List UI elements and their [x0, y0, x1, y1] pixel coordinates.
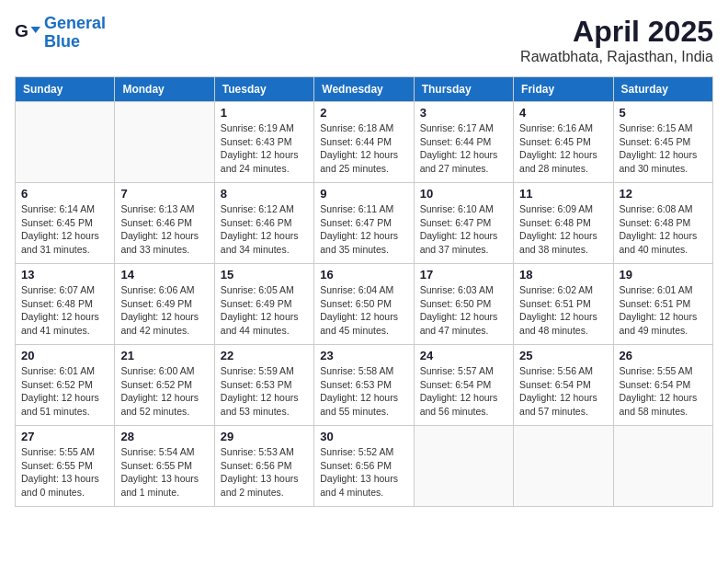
day-number: 15: [221, 268, 308, 282]
title-area: April 2025 Rawatbhata, Rajasthan, India: [520, 15, 713, 65]
day-info: Sunrise: 6:10 AMSunset: 6:47 PMDaylight:…: [420, 202, 507, 257]
day-info: Sunrise: 6:12 AMSunset: 6:46 PMDaylight:…: [221, 202, 308, 257]
day-info: Sunrise: 5:58 AMSunset: 6:53 PMDaylight:…: [320, 364, 407, 419]
day-number: 5: [620, 106, 707, 120]
day-info: Sunrise: 6:02 AMSunset: 6:51 PMDaylight:…: [519, 283, 607, 338]
weekday-header: Friday: [514, 77, 613, 102]
calendar-cell: [414, 426, 513, 507]
day-number: 10: [420, 187, 507, 201]
day-number: 29: [221, 430, 308, 443]
calendar-cell: 29Sunrise: 5:53 AMSunset: 6:56 PMDayligh…: [214, 426, 313, 507]
day-info: Sunrise: 6:14 AMSunset: 6:45 PMDaylight:…: [21, 202, 108, 257]
calendar-week-row: 1Sunrise: 6:19 AMSunset: 6:43 PMDaylight…: [16, 102, 713, 183]
day-number: 26: [620, 349, 707, 362]
calendar-cell: 28Sunrise: 5:54 AMSunset: 6:55 PMDayligh…: [115, 426, 214, 507]
calendar-week-row: 13Sunrise: 6:07 AMSunset: 6:48 PMDayligh…: [16, 264, 713, 345]
calendar-header-row: SundayMondayTuesdayWednesdayThursdayFrid…: [16, 77, 713, 102]
page-header: G General Blue April 2025 Rawatbhata, Ra…: [15, 15, 713, 65]
weekday-header: Saturday: [613, 77, 712, 102]
calendar-cell: 8Sunrise: 6:12 AMSunset: 6:46 PMDaylight…: [214, 183, 313, 264]
calendar-cell: [514, 426, 613, 507]
calendar-week-row: 6Sunrise: 6:14 AMSunset: 6:45 PMDaylight…: [16, 183, 713, 264]
calendar-week-row: 27Sunrise: 5:55 AMSunset: 6:55 PMDayligh…: [16, 426, 713, 507]
day-number: 3: [420, 106, 507, 120]
calendar-cell: [16, 102, 115, 183]
logo: G General Blue: [15, 15, 106, 52]
day-number: 8: [221, 187, 308, 201]
calendar-cell: 12Sunrise: 6:08 AMSunset: 6:48 PMDayligh…: [613, 183, 712, 264]
day-info: Sunrise: 6:08 AMSunset: 6:48 PMDaylight:…: [620, 202, 707, 257]
day-info: Sunrise: 5:59 AMSunset: 6:53 PMDaylight:…: [221, 364, 308, 419]
day-info: Sunrise: 6:09 AMSunset: 6:48 PMDaylight:…: [519, 202, 607, 257]
calendar-cell: 15Sunrise: 6:05 AMSunset: 6:49 PMDayligh…: [214, 264, 313, 345]
day-number: 20: [21, 349, 108, 362]
day-info: Sunrise: 6:11 AMSunset: 6:47 PMDaylight:…: [320, 202, 407, 257]
calendar-cell: [613, 426, 712, 507]
logo-icon: G: [15, 20, 40, 46]
svg-text:G: G: [15, 20, 28, 40]
day-number: 22: [221, 349, 308, 362]
calendar-cell: 24Sunrise: 5:57 AMSunset: 6:54 PMDayligh…: [414, 345, 513, 426]
day-info: Sunrise: 6:06 AMSunset: 6:49 PMDaylight:…: [120, 283, 208, 338]
day-number: 17: [420, 268, 507, 282]
calendar-cell: 4Sunrise: 6:16 AMSunset: 6:45 PMDaylight…: [514, 102, 613, 183]
day-info: Sunrise: 6:19 AMSunset: 6:43 PMDaylight:…: [221, 121, 308, 176]
day-number: 21: [120, 349, 208, 362]
calendar-cell: 7Sunrise: 6:13 AMSunset: 6:46 PMDaylight…: [115, 183, 214, 264]
calendar-cell: 17Sunrise: 6:03 AMSunset: 6:50 PMDayligh…: [414, 264, 513, 345]
calendar-cell: 16Sunrise: 6:04 AMSunset: 6:50 PMDayligh…: [314, 264, 414, 345]
day-info: Sunrise: 6:00 AMSunset: 6:52 PMDaylight:…: [120, 364, 208, 419]
day-number: 30: [320, 430, 407, 443]
day-info: Sunrise: 5:52 AMSunset: 6:56 PMDaylight:…: [320, 445, 407, 500]
calendar-cell: 6Sunrise: 6:14 AMSunset: 6:45 PMDaylight…: [16, 183, 115, 264]
calendar-table: SundayMondayTuesdayWednesdayThursdayFrid…: [15, 76, 713, 507]
weekday-header: Monday: [115, 77, 214, 102]
day-info: Sunrise: 5:55 AMSunset: 6:55 PMDaylight:…: [21, 445, 108, 500]
day-number: 25: [519, 349, 607, 362]
day-number: 23: [320, 349, 407, 362]
day-info: Sunrise: 6:17 AMSunset: 6:44 PMDaylight:…: [420, 121, 507, 176]
day-number: 9: [320, 187, 407, 201]
day-number: 12: [620, 187, 707, 201]
calendar-cell: 20Sunrise: 6:01 AMSunset: 6:52 PMDayligh…: [16, 345, 115, 426]
day-info: Sunrise: 6:07 AMSunset: 6:48 PMDaylight:…: [21, 283, 108, 338]
day-number: 7: [120, 187, 208, 201]
day-number: 27: [21, 430, 108, 443]
location: Rawatbhata, Rajasthan, India: [520, 49, 713, 65]
day-info: Sunrise: 5:56 AMSunset: 6:54 PMDaylight:…: [519, 364, 607, 419]
day-number: 1: [221, 106, 308, 120]
calendar-cell: 9Sunrise: 6:11 AMSunset: 6:47 PMDaylight…: [314, 183, 414, 264]
day-info: Sunrise: 6:05 AMSunset: 6:49 PMDaylight:…: [221, 283, 308, 338]
day-info: Sunrise: 5:57 AMSunset: 6:54 PMDaylight:…: [420, 364, 507, 419]
calendar-cell: 30Sunrise: 5:52 AMSunset: 6:56 PMDayligh…: [314, 426, 414, 507]
weekday-header: Thursday: [414, 77, 513, 102]
day-number: 13: [21, 268, 108, 282]
calendar-cell: 1Sunrise: 6:19 AMSunset: 6:43 PMDaylight…: [214, 102, 313, 183]
calendar-cell: 25Sunrise: 5:56 AMSunset: 6:54 PMDayligh…: [514, 345, 613, 426]
day-number: 6: [21, 187, 108, 201]
calendar-cell: 3Sunrise: 6:17 AMSunset: 6:44 PMDaylight…: [414, 102, 513, 183]
day-info: Sunrise: 5:54 AMSunset: 6:55 PMDaylight:…: [120, 445, 208, 500]
day-info: Sunrise: 6:15 AMSunset: 6:45 PMDaylight:…: [620, 121, 707, 176]
day-number: 28: [120, 430, 208, 443]
calendar-cell: 13Sunrise: 6:07 AMSunset: 6:48 PMDayligh…: [16, 264, 115, 345]
calendar-cell: 27Sunrise: 5:55 AMSunset: 6:55 PMDayligh…: [16, 426, 115, 507]
day-number: 18: [519, 268, 607, 282]
day-info: Sunrise: 6:01 AMSunset: 6:52 PMDaylight:…: [21, 364, 108, 419]
calendar-cell: 23Sunrise: 5:58 AMSunset: 6:53 PMDayligh…: [314, 345, 414, 426]
svg-marker-1: [31, 27, 41, 33]
calendar-cell: 14Sunrise: 6:06 AMSunset: 6:49 PMDayligh…: [115, 264, 214, 345]
day-info: Sunrise: 6:03 AMSunset: 6:50 PMDaylight:…: [420, 283, 507, 338]
calendar-cell: 11Sunrise: 6:09 AMSunset: 6:48 PMDayligh…: [514, 183, 613, 264]
day-number: 16: [320, 268, 407, 282]
weekday-header: Tuesday: [214, 77, 313, 102]
weekday-header: Wednesday: [314, 77, 414, 102]
day-info: Sunrise: 6:13 AMSunset: 6:46 PMDaylight:…: [120, 202, 208, 257]
calendar-cell: 19Sunrise: 6:01 AMSunset: 6:51 PMDayligh…: [613, 264, 712, 345]
month-year: April 2025: [520, 15, 713, 49]
calendar-cell: 22Sunrise: 5:59 AMSunset: 6:53 PMDayligh…: [214, 345, 313, 426]
calendar-week-row: 20Sunrise: 6:01 AMSunset: 6:52 PMDayligh…: [16, 345, 713, 426]
day-number: 11: [519, 187, 607, 201]
day-number: 24: [420, 349, 507, 362]
logo-text: General Blue: [44, 15, 106, 52]
